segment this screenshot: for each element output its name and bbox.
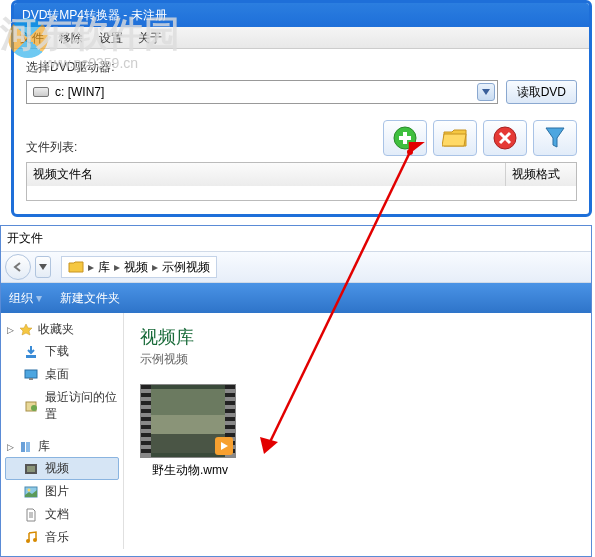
sidebar-pictures[interactable]: 图片: [5, 480, 119, 503]
converter-window: DVD转MP4转换器 - 未注册 文件 移除 设置 关于 选择DVD驱动器: c…: [11, 0, 592, 217]
new-folder-button[interactable]: 新建文件夹: [60, 290, 120, 307]
crumb-sep: ▸: [88, 260, 94, 274]
dialog-title: 开文件: [1, 226, 591, 251]
file-name: 野生动物.wmv: [140, 462, 240, 479]
command-bar: 组织 ▾ 新建文件夹: [1, 283, 591, 313]
video-icon: [23, 461, 39, 477]
recent-icon: [23, 398, 39, 414]
filter-button[interactable]: [533, 120, 577, 156]
sidebar-libraries[interactable]: ▷ 库: [5, 436, 119, 457]
file-open-dialog: 开文件 ▸ 库 ▸ 视频 ▸ 示例视频 组织 ▾ 新建文件夹 ▷: [0, 225, 592, 557]
menu-settings[interactable]: 设置: [99, 31, 123, 45]
chevron-down-icon: [39, 264, 47, 270]
sidebar-favorites[interactable]: ▷ 收藏夹: [5, 319, 119, 340]
crumb-videos[interactable]: 视频: [124, 259, 148, 276]
file-item[interactable]: 野生动物.wmv: [140, 384, 240, 479]
recent-dropdown[interactable]: [35, 256, 51, 278]
star-icon: [18, 322, 34, 338]
library-subtitle: 示例视频: [140, 351, 575, 368]
drive-value: c: [WIN7]: [55, 85, 104, 99]
remove-button[interactable]: [483, 120, 527, 156]
breadcrumb[interactable]: ▸ 库 ▸ 视频 ▸ 示例视频: [61, 256, 217, 278]
funnel-icon: [543, 125, 567, 151]
sidebar-downloads[interactable]: 下载: [5, 340, 119, 363]
plus-icon: [392, 125, 418, 151]
svg-point-18: [33, 538, 37, 542]
drive-dropdown-button[interactable]: [477, 83, 495, 101]
video-thumbnail: [140, 384, 236, 458]
svg-rect-2: [403, 132, 407, 144]
document-icon: [23, 507, 39, 523]
sidebar-documents[interactable]: 文档: [5, 503, 119, 526]
sidebar-recent[interactable]: 最近访问的位置: [5, 386, 119, 426]
crumb-sample[interactable]: 示例视频: [162, 259, 210, 276]
crumb-sep: ▸: [114, 260, 120, 274]
add-button[interactable]: [383, 120, 427, 156]
drive-icon: [33, 87, 49, 97]
table-body: [27, 186, 576, 200]
sidebar-music[interactable]: 音乐: [5, 526, 119, 549]
col-filename[interactable]: 视频文件名: [27, 163, 506, 186]
file-table: 视频文件名 视频格式: [26, 162, 577, 201]
download-icon: [23, 344, 39, 360]
back-icon: [12, 261, 24, 273]
crumb-library[interactable]: 库: [98, 259, 110, 276]
play-icon: [215, 437, 233, 455]
col-format[interactable]: 视频格式: [506, 163, 576, 186]
desktop-icon: [23, 367, 39, 383]
menu-file[interactable]: 文件: [20, 31, 44, 45]
content-pane: 视频库 示例视频 野生动物.wmv: [124, 313, 591, 549]
menu-about[interactable]: 关于: [138, 31, 162, 45]
organize-menu[interactable]: 组织 ▾: [9, 290, 42, 307]
sidebar: ▷ 收藏夹 下载 桌面 最近访问的位置: [1, 313, 124, 549]
svg-rect-7: [25, 370, 37, 378]
menu-remove[interactable]: 移除: [59, 31, 83, 45]
library-icon: [18, 439, 34, 455]
svg-rect-6: [26, 355, 36, 358]
sidebar-desktop[interactable]: 桌面: [5, 363, 119, 386]
svg-point-17: [26, 539, 30, 543]
drive-label: 选择DVD驱动器:: [26, 59, 577, 76]
folder-icon: [68, 259, 84, 275]
menu-bar: 文件 移除 设置 关于: [14, 27, 589, 49]
library-title: 视频库: [140, 325, 575, 349]
folder-icon: [442, 126, 468, 150]
back-button[interactable]: [5, 254, 31, 280]
svg-rect-12: [26, 442, 30, 452]
close-icon: [492, 125, 518, 151]
title-bar: DVD转MP4转换器 - 未注册: [14, 3, 589, 27]
picture-icon: [23, 484, 39, 500]
folder-button[interactable]: [433, 120, 477, 156]
crumb-sep: ▸: [152, 260, 158, 274]
nav-toolbar: ▸ 库 ▸ 视频 ▸ 示例视频: [1, 251, 591, 283]
svg-rect-11: [21, 442, 25, 452]
read-dvd-button[interactable]: 读取DVD: [506, 80, 577, 104]
svg-rect-8: [29, 378, 33, 380]
music-icon: [23, 530, 39, 546]
svg-rect-14: [27, 466, 35, 472]
svg-point-16: [28, 488, 31, 491]
filelist-label: 文件列表:: [26, 139, 77, 156]
svg-point-10: [31, 405, 37, 411]
drive-select[interactable]: c: [WIN7]: [26, 80, 498, 104]
sidebar-videos[interactable]: 视频: [5, 457, 119, 480]
